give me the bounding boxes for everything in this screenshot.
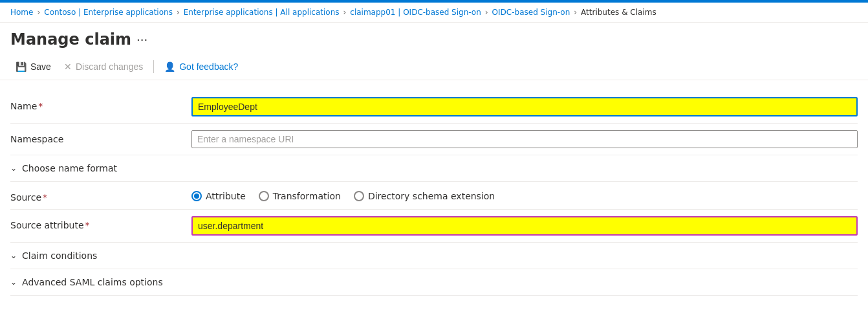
- page-header: Manage claim ···: [0, 23, 868, 54]
- choose-name-format-label: Choose name format: [22, 163, 117, 173]
- save-label: Save: [30, 61, 51, 72]
- breadcrumb-current: Attributes & Claims: [581, 8, 656, 17]
- radio-directory-input[interactable]: [354, 191, 364, 201]
- namespace-field: [191, 130, 858, 148]
- radio-transformation-input[interactable]: [259, 191, 269, 201]
- discard-label: Discard changes: [76, 61, 143, 72]
- chevron-down-icon-3: ⌄: [10, 278, 17, 287]
- breadcrumb-claimapp[interactable]: claimapp01 | OIDC-based Sign-on: [350, 8, 481, 17]
- radio-transformation-label: Transformation: [273, 191, 341, 201]
- namespace-input[interactable]: [191, 130, 858, 148]
- breadcrumb-home[interactable]: Home: [10, 8, 33, 17]
- radio-transformation[interactable]: Transformation: [259, 191, 341, 201]
- page-title: Manage claim: [10, 30, 131, 49]
- source-label: Source*: [10, 188, 191, 203]
- claim-conditions-row[interactable]: ⌄ Claim conditions: [10, 243, 858, 269]
- toolbar-divider: [153, 60, 154, 73]
- advanced-saml-row[interactable]: ⌄ Advanced SAML claims options: [10, 269, 858, 296]
- name-input[interactable]: [191, 97, 858, 116]
- breadcrumb-enterprise-apps[interactable]: Contoso | Enterprise applications: [44, 8, 173, 17]
- breadcrumb-sep-2: ›: [177, 8, 180, 17]
- radio-directory-label: Directory schema extension: [368, 191, 495, 201]
- form-area: Name* Namespace ⌄ Choose name format Sou…: [0, 80, 868, 296]
- breadcrumb-sep-5: ›: [574, 8, 577, 17]
- radio-directory[interactable]: Directory schema extension: [354, 191, 495, 201]
- save-icon: 💾: [16, 61, 27, 72]
- feedback-button[interactable]: 👤 Got feedback?: [159, 59, 243, 74]
- breadcrumb-oidc[interactable]: OIDC-based Sign-on: [492, 8, 570, 17]
- radio-attribute[interactable]: Attribute: [191, 191, 246, 201]
- feedback-label: Got feedback?: [179, 61, 238, 72]
- source-attribute-input[interactable]: [191, 216, 858, 236]
- namespace-row: Namespace: [10, 124, 858, 155]
- feedback-icon: 👤: [164, 61, 175, 72]
- save-button[interactable]: 💾 Save: [10, 59, 56, 74]
- source-row: Source* Attribute Transformation Directo…: [10, 182, 858, 210]
- chevron-down-icon: ⌄: [10, 164, 17, 173]
- toolbar: 💾 Save ✕ Discard changes 👤 Got feedback?: [0, 54, 868, 80]
- radio-group: Attribute Transformation Directory schem…: [191, 188, 858, 201]
- source-attribute-row: Source attribute*: [10, 210, 858, 243]
- breadcrumb: Home › Contoso | Enterprise applications…: [0, 3, 868, 23]
- more-options-icon[interactable]: ···: [136, 33, 147, 47]
- radio-attribute-label: Attribute: [206, 191, 246, 201]
- advanced-saml-label: Advanced SAML claims options: [22, 277, 163, 287]
- breadcrumb-sep-3: ›: [343, 8, 347, 17]
- name-field: [191, 97, 858, 116]
- claim-conditions-label: Claim conditions: [22, 250, 97, 261]
- source-field: Attribute Transformation Directory schem…: [191, 188, 858, 201]
- name-label: Name*: [10, 97, 191, 111]
- source-attribute-field: [191, 216, 858, 236]
- name-row: Name*: [10, 91, 858, 124]
- discard-icon: ✕: [64, 61, 72, 72]
- radio-attribute-input[interactable]: [191, 191, 202, 201]
- breadcrumb-all-apps[interactable]: Enterprise applications | All applicatio…: [184, 8, 340, 17]
- chevron-down-icon-2: ⌄: [10, 251, 17, 260]
- source-attribute-label: Source attribute*: [10, 216, 191, 230]
- breadcrumb-sep-1: ›: [37, 8, 40, 17]
- breadcrumb-sep-4: ›: [485, 8, 488, 17]
- discard-button[interactable]: ✕ Discard changes: [59, 59, 148, 74]
- choose-name-format-row[interactable]: ⌄ Choose name format: [10, 155, 858, 182]
- namespace-label: Namespace: [10, 130, 191, 144]
